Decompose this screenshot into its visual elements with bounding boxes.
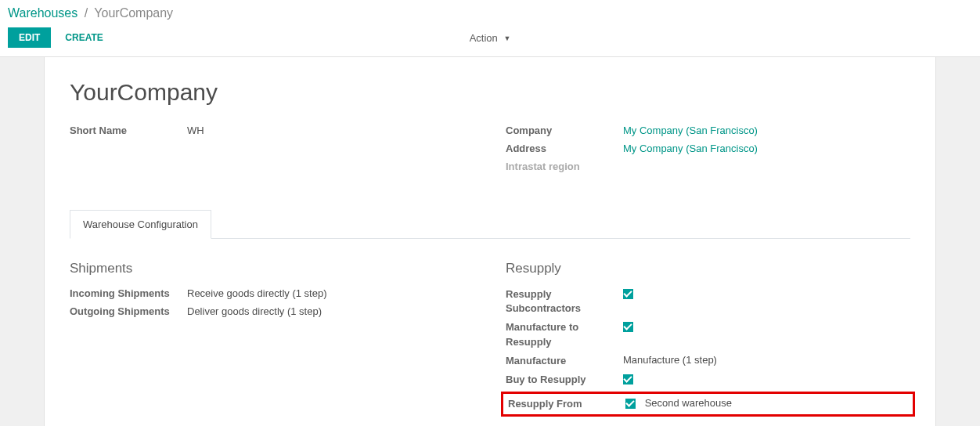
topbar: Warehouses / YourCompany EDIT CREATE Act… <box>0 0 980 57</box>
resupply-subcontractors-field: Resupply Subcontractors <box>506 287 910 316</box>
resupply-from-label: Resupply From <box>508 397 625 411</box>
short-name-label: Short Name <box>70 125 187 136</box>
breadcrumb-root[interactable]: Warehouses <box>8 6 77 20</box>
address-link[interactable]: My Company (San Francisco) <box>623 143 758 154</box>
buy-to-resupply-label: Buy to Resupply <box>506 373 623 387</box>
manufacture-field: Manufacture Manufacture (1 step) <box>506 354 910 368</box>
company-link[interactable]: My Company (San Francisco) <box>623 125 758 136</box>
buy-to-resupply-field: Buy to Resupply <box>506 373 910 387</box>
incoming-shipments-field: Incoming Shipments Receive goods directl… <box>70 287 474 299</box>
resupply-from-field: Resupply From Second warehouse <box>501 392 915 417</box>
outgoing-shipments-label: Outgoing Shipments <box>70 305 187 317</box>
address-field: Address My Company (San Francisco) <box>506 143 910 154</box>
shipments-heading: Shipments <box>70 261 474 276</box>
tab-warehouse-config[interactable]: Warehouse Configuration <box>70 210 211 239</box>
company-label: Company <box>506 125 623 136</box>
manufacture-to-resupply-label: Manufacture to Resupply <box>506 320 623 348</box>
caret-down-icon: ▼ <box>503 34 510 42</box>
company-field: Company My Company (San Francisco) <box>506 125 910 136</box>
resupply-subcontractors-label: Resupply Subcontractors <box>506 287 623 316</box>
breadcrumb-current: YourCompany <box>94 6 173 20</box>
tab-content: Shipments Incoming Shipments Receive goo… <box>70 239 910 421</box>
incoming-shipments-label: Incoming Shipments <box>70 287 187 299</box>
shipments-section: Shipments Incoming Shipments Receive goo… <box>70 261 474 421</box>
intrastat-label: Intrastat region <box>506 161 623 172</box>
page-title: YourCompany <box>70 79 910 106</box>
create-button[interactable]: CREATE <box>62 27 106 48</box>
tabs: Warehouse Configuration <box>70 210 910 239</box>
intrastat-field: Intrastat region <box>506 161 910 172</box>
resupply-heading: Resupply <box>506 261 910 276</box>
incoming-shipments-value: Receive goods directly (1 step) <box>187 287 326 299</box>
short-name-field: Short Name WH <box>70 125 474 136</box>
buy-to-resupply-checkbox[interactable] <box>623 374 633 384</box>
manufacture-value: Manufacture (1 step) <box>623 354 717 366</box>
outgoing-shipments-value: Deliver goods directly (1 step) <box>187 305 322 317</box>
resupply-subcontractors-checkbox[interactable] <box>623 289 633 299</box>
breadcrumb-sep: / <box>81 6 91 20</box>
outgoing-shipments-field: Outgoing Shipments Deliver goods directl… <box>70 305 474 317</box>
short-name-value: WH <box>187 125 204 136</box>
address-label: Address <box>506 143 623 154</box>
edit-button[interactable]: EDIT <box>8 27 51 48</box>
manufacture-to-resupply-checkbox[interactable] <box>623 322 633 332</box>
left-column: Short Name WH <box>70 125 474 179</box>
toolbar: EDIT CREATE Action ▼ <box>8 27 972 49</box>
breadcrumb: Warehouses / YourCompany <box>8 6 972 20</box>
resupply-from-checkbox[interactable] <box>625 399 636 409</box>
right-column: Company My Company (San Francisco) Addre… <box>506 125 910 179</box>
action-label: Action <box>470 32 498 44</box>
resupply-from-value: Second warehouse <box>645 397 732 409</box>
field-columns: Short Name WH Company My Company (San Fr… <box>70 125 910 179</box>
manufacture-to-resupply-field: Manufacture to Resupply <box>506 320 910 348</box>
resupply-section: Resupply Resupply Subcontractors Manufac… <box>506 261 910 421</box>
manufacture-label: Manufacture <box>506 354 623 368</box>
action-dropdown[interactable]: Action ▼ <box>463 27 517 49</box>
form-sheet: YourCompany Short Name WH Company My Com… <box>44 57 936 426</box>
